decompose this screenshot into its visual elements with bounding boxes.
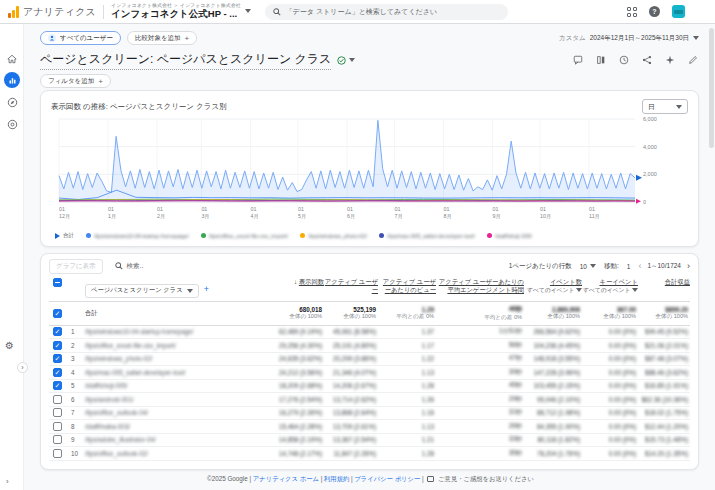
row-checkbox[interactable] bbox=[53, 449, 62, 458]
search-icon bbox=[273, 8, 281, 16]
account-property-picker[interactable]: インフォコネクト株式会社 ＞ インフォコネクト株式会社 インフォコネクト公式HP… bbox=[111, 3, 251, 20]
row-metric-cell: 18,209 (2.68%) bbox=[274, 382, 324, 389]
bottom-expand-chevron[interactable]: › bbox=[6, 477, 9, 486]
avatar[interactable] bbox=[672, 5, 685, 18]
timeseries-chart[interactable]: 02,0004,0006,0000112月011月012月013月014月015… bbox=[51, 114, 688, 230]
column-header[interactable]: アクティブ ユーザーあたりのビュー bbox=[378, 278, 436, 294]
row-page-path: /tips/office_excel-file-csv_import/ bbox=[85, 342, 274, 349]
column-header[interactable]: ↓ 表示回数 bbox=[274, 278, 324, 286]
row-metric-cell: 0.00 (0%) bbox=[582, 450, 638, 457]
chart-svg: 02,0004,0006,0000112月011月012月013月014月015… bbox=[51, 114, 688, 226]
legend-item[interactable]: /tips/windows_photo-02/ bbox=[300, 233, 367, 239]
comment-icon[interactable] bbox=[572, 54, 584, 66]
dimension-select[interactable]: ページパスとスクリーン クラス bbox=[85, 284, 199, 298]
row-metric-cell: 1.17 bbox=[378, 342, 436, 349]
totals-label: 合計 bbox=[85, 309, 274, 318]
legend-item[interactable]: /staff/shoji-005/ bbox=[487, 233, 532, 239]
row-checkbox[interactable] bbox=[53, 435, 62, 444]
report-title-chevron-icon[interactable] bbox=[349, 58, 355, 62]
row-checkbox[interactable] bbox=[53, 408, 62, 417]
row-metric-cell: $62.36 (10.36%) bbox=[638, 396, 690, 403]
table-row: 2/tips/office_excel-file-csv_import/29,2… bbox=[49, 339, 690, 353]
svg-text:2,000: 2,000 bbox=[643, 171, 657, 177]
global-search-input[interactable]: 「データ ストリーム」と検索してみてください bbox=[265, 4, 508, 20]
column-header[interactable]: 合計収益 bbox=[638, 278, 690, 286]
analytics-logo[interactable]: アナリティクス bbox=[8, 5, 96, 19]
property-name: インフォコネクト公式HP - ... bbox=[111, 9, 241, 20]
column-header[interactable]: アクティブ ユーザー bbox=[324, 278, 378, 294]
column-header[interactable]: イベント数すべてのイベント bbox=[524, 278, 582, 294]
plot-rows-button[interactable]: グラフに表示 bbox=[49, 259, 103, 274]
row-metric-cell: $12.44 (1.20%) bbox=[638, 423, 690, 430]
select-all-checkbox[interactable] bbox=[53, 278, 62, 287]
row-metric-cell: 80,118 (1.82%) bbox=[524, 436, 582, 443]
footer-link-terms[interactable]: 利用規約 bbox=[324, 475, 349, 482]
legend-item[interactable]: /tips/office_excel-file-csv_import/ bbox=[201, 233, 288, 239]
rows-per-page-select[interactable]: 10 bbox=[580, 263, 596, 270]
legend-item[interactable]: /tips/mac-005_safari-developer-tool/ bbox=[379, 233, 475, 239]
insights-sparkle-icon[interactable] bbox=[664, 54, 676, 66]
row-metric-cell: 78,204 (1.76%) bbox=[524, 450, 582, 457]
granularity-select[interactable]: 日 bbox=[642, 99, 688, 114]
segment-chip-all-users[interactable]: すべてのユーザー bbox=[40, 31, 121, 45]
apps-grid-icon[interactable] bbox=[627, 7, 637, 17]
footer-link-privacy[interactable]: プライバシー ポリシー bbox=[354, 475, 420, 482]
add-filter-label: フィルタを追加 bbox=[48, 77, 94, 86]
totals-checkbox[interactable] bbox=[53, 309, 62, 318]
share-icon[interactable] bbox=[641, 54, 653, 66]
column-header[interactable]: アクティブ ユーザーあたりの平均エンゲージメント時間 bbox=[436, 278, 524, 294]
row-metric-cell: $99.45 (9.52%) bbox=[638, 328, 690, 335]
header-divider bbox=[103, 5, 104, 19]
data-quality-icon[interactable] bbox=[337, 51, 346, 69]
row-checkbox[interactable] bbox=[53, 381, 62, 390]
legend-item-total[interactable]: 合計 bbox=[55, 232, 74, 239]
nav-reports-icon[interactable] bbox=[4, 72, 20, 88]
goto-page-input[interactable]: 1 bbox=[627, 263, 631, 270]
svg-text:6,000: 6,000 bbox=[643, 116, 657, 122]
nav-home-icon[interactable] bbox=[4, 51, 20, 67]
nav-advertising-icon[interactable] bbox=[4, 116, 20, 132]
metric-filter-select[interactable]: すべてのイベント bbox=[524, 287, 582, 294]
row-metric-cell: 13,709 (2.61%) bbox=[324, 423, 378, 430]
vertical-scrollbar[interactable] bbox=[709, 26, 714, 486]
add-comparison-chip[interactable]: 比較対象を追加 + bbox=[127, 31, 197, 45]
footer-link-analytics-home[interactable]: アナリティクス ホーム bbox=[253, 475, 319, 482]
edit-pencil-icon[interactable] bbox=[687, 54, 699, 66]
total-marker-icon bbox=[55, 233, 60, 239]
compare-reports-icon[interactable] bbox=[595, 54, 607, 66]
nav-explore-icon[interactable] bbox=[4, 94, 20, 110]
chevron-down-icon bbox=[590, 264, 596, 268]
row-checkbox[interactable] bbox=[53, 368, 62, 377]
admin-gear-icon[interactable]: ⚙ bbox=[5, 340, 14, 351]
row-checkbox[interactable] bbox=[53, 422, 62, 431]
date-range-picker[interactable]: カスタム 2024年12月1日～2025年11月30日 bbox=[559, 34, 699, 43]
row-metric-cell: 95,046 (2.10%) bbox=[524, 396, 582, 403]
row-metric-cell: 0.00 (0%) bbox=[582, 342, 638, 349]
sampling-status-icon[interactable] bbox=[618, 54, 630, 66]
svg-text:01: 01 bbox=[250, 206, 256, 212]
next-page-button[interactable]: › bbox=[687, 261, 690, 271]
row-metric-cell: 29,256 (4.30%) bbox=[274, 342, 324, 349]
row-checkbox[interactable] bbox=[53, 395, 62, 404]
help-icon[interactable]: ? bbox=[649, 6, 660, 17]
row-checkbox[interactable] bbox=[53, 327, 62, 336]
nav-expand-chevron[interactable]: › bbox=[17, 362, 28, 373]
prev-page-button[interactable]: ‹ bbox=[638, 261, 641, 271]
footer-feedback-link[interactable]: ご意見・ご感想をお送りください bbox=[438, 475, 534, 482]
row-checkbox[interactable] bbox=[53, 341, 62, 350]
legend-item[interactable]: /tips/windows10-04-startup-homepage/ bbox=[86, 233, 189, 239]
add-dimension-button[interactable]: + bbox=[204, 284, 209, 294]
add-filter-chip[interactable]: フィルタを追加 + bbox=[40, 74, 111, 88]
scrollbar-thumb[interactable] bbox=[709, 28, 714, 148]
row-page-path: /tips/windows10-04-startup-homepage/ bbox=[85, 328, 274, 335]
row-metric-cell: 1.37 bbox=[378, 328, 436, 335]
row-metric-cell: 31秒 bbox=[436, 408, 524, 417]
row-page-path: /staff/shoji-005/ bbox=[85, 382, 274, 389]
report-main: すべてのユーザー 比較対象を追加 + カスタム 2024年12月1日～2025年… bbox=[24, 24, 715, 490]
metric-filter-select[interactable]: すべてのイベント bbox=[582, 287, 638, 294]
column-header[interactable]: キーイベントすべてのイベント bbox=[582, 278, 638, 294]
table-search-input[interactable]: 検索.. bbox=[115, 262, 144, 271]
row-rank: 9 bbox=[71, 436, 85, 443]
row-checkbox[interactable] bbox=[53, 354, 62, 363]
page-title[interactable]: ページとスクリーン: ページパスとスクリーン クラス bbox=[40, 51, 331, 70]
